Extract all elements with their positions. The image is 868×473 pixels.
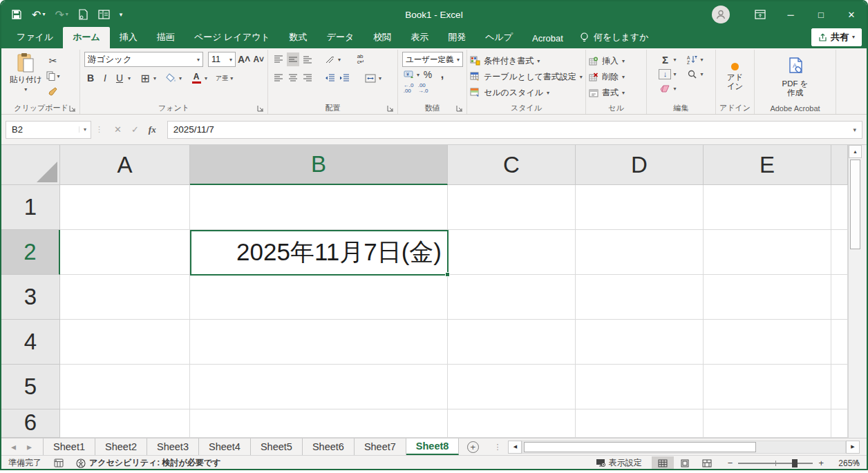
cell-f1[interactable]: [831, 185, 848, 230]
page-layout-view-icon[interactable]: [674, 456, 696, 470]
insert-function-icon[interactable]: fx: [149, 124, 156, 135]
phonetic-menu-chevron[interactable]: ▾: [230, 75, 233, 81]
cut-icon[interactable]: ✂: [46, 54, 60, 68]
sheet-tab-1[interactable]: Sheet1: [43, 438, 95, 455]
minimize-button[interactable]: ─: [775, 1, 806, 28]
sheet-tab-2[interactable]: Sheet2: [95, 438, 147, 455]
number-dialog-launcher-icon[interactable]: [456, 105, 463, 112]
cell-a6[interactable]: [60, 409, 190, 438]
font-size-combo[interactable]: 11 ▾: [208, 52, 236, 67]
align-right-icon[interactable]: [301, 71, 314, 85]
cell-c2[interactable]: [448, 230, 576, 275]
share-button[interactable]: 共有 ▾: [811, 28, 862, 46]
cell-d6[interactable]: [576, 409, 704, 438]
font-color-menu-chevron[interactable]: ▾: [205, 75, 207, 81]
tab-formulas[interactable]: 数式: [280, 27, 317, 48]
cell-c4[interactable]: [448, 320, 576, 365]
cell-b3[interactable]: [190, 275, 448, 320]
currency-menu-chevron[interactable]: ▾: [417, 72, 419, 78]
cell-a1[interactable]: [60, 185, 190, 230]
currency-format-icon[interactable]: ¥: [402, 68, 415, 81]
cell-e1[interactable]: [704, 185, 831, 230]
clear-icon[interactable]: [659, 81, 671, 95]
cell-b2-selected[interactable]: 2025年11月7日(金): [190, 230, 448, 275]
tab-review[interactable]: 校閲: [364, 27, 401, 48]
account-avatar[interactable]: [712, 6, 730, 23]
bold-button[interactable]: B: [84, 71, 97, 85]
zoom-in-icon[interactable]: +: [818, 458, 824, 468]
vertical-scroll-thumb[interactable]: [850, 160, 860, 249]
sort-filter-menu-chevron[interactable]: ▾: [701, 57, 704, 63]
normal-view-icon[interactable]: [652, 456, 674, 470]
paste-menu-chevron[interactable]: ▾: [24, 86, 27, 93]
save-icon[interactable]: [11, 9, 22, 20]
cell-f4[interactable]: [831, 320, 848, 365]
form-view-icon[interactable]: [98, 10, 110, 19]
tab-data[interactable]: データ: [317, 27, 364, 48]
sort-filter-icon[interactable]: AZ: [686, 52, 699, 66]
addins-button[interactable]: アドイン: [726, 73, 744, 91]
tab-view[interactable]: 表示: [401, 27, 438, 48]
font-color-icon[interactable]: A: [190, 71, 202, 85]
tab-draw[interactable]: 描画: [147, 27, 185, 48]
fill-color-menu-chevron[interactable]: ▾: [179, 75, 182, 81]
tab-help[interactable]: ヘルプ: [475, 27, 522, 48]
cell-b1[interactable]: [190, 185, 448, 230]
autosum-menu-chevron[interactable]: ▾: [673, 57, 676, 63]
redo-button[interactable]: ↷ ▾: [55, 8, 68, 21]
formula-input[interactable]: 2025/11/7 ▾: [167, 121, 862, 139]
close-button[interactable]: ✕: [836, 1, 867, 28]
accessibility-status[interactable]: アクセシビリティ: 検討が必要です: [76, 457, 220, 469]
row-header-6[interactable]: 6: [1, 409, 60, 438]
increase-decimal-icon[interactable]: ←.0 .00: [402, 81, 415, 95]
cell-d4[interactable]: [576, 320, 704, 365]
find-menu-chevron[interactable]: ▾: [701, 71, 704, 77]
find-select-icon[interactable]: [686, 67, 699, 81]
undo-button[interactable]: ↶ ▾: [32, 8, 45, 21]
vertical-scrollbar[interactable]: ▲: [848, 145, 862, 438]
delete-cells-button[interactable]: 削除 ▾: [589, 70, 625, 84]
ribbon-display-options-icon[interactable]: [745, 1, 775, 28]
cell-c1[interactable]: [448, 185, 576, 230]
font-name-combo[interactable]: 游ゴシック ▾: [84, 52, 203, 67]
column-header-b[interactable]: B: [190, 145, 448, 185]
wrap-text-icon[interactable]: ab c↵: [355, 52, 367, 66]
macro-record-icon[interactable]: [54, 458, 64, 467]
tell-me-box[interactable]: 何をしますか: [573, 27, 656, 48]
cell-f5[interactable]: [831, 365, 848, 409]
scroll-right-icon[interactable]: ▶: [846, 441, 860, 454]
align-middle-icon[interactable]: [287, 52, 299, 66]
format-as-table-button[interactable]: テーブルとして書式設定 ▾: [470, 70, 583, 84]
sheet-prev-icon[interactable]: ◂: [11, 441, 16, 452]
row-header-3[interactable]: 3: [1, 275, 60, 320]
sheet-tab-5[interactable]: Sheet5: [251, 438, 303, 455]
increase-font-size-icon[interactable]: A˄: [238, 52, 250, 66]
tab-file[interactable]: ファイル: [7, 27, 63, 48]
cell-e5[interactable]: [704, 365, 831, 409]
row-header-2[interactable]: 2: [1, 230, 60, 275]
autosum-icon[interactable]: Σ: [659, 52, 671, 66]
underline-button[interactable]: U: [113, 71, 126, 85]
column-header-c[interactable]: C: [448, 145, 576, 185]
select-all-corner[interactable]: [1, 145, 60, 185]
decrease-decimal-icon[interactable]: .00 →.0: [417, 81, 429, 95]
cell-e3[interactable]: [704, 275, 831, 320]
borders-menu-chevron[interactable]: ▾: [153, 75, 156, 81]
decrease-font-size-icon[interactable]: A˅: [252, 52, 265, 66]
scroll-left-icon[interactable]: ◀: [508, 441, 522, 454]
sheet-tab-3[interactable]: Sheet3: [147, 438, 199, 455]
row-header-1[interactable]: 1: [1, 185, 60, 230]
cell-styles-button[interactable]: セルのスタイル ▾: [470, 86, 549, 100]
align-left-icon[interactable]: [272, 71, 285, 85]
fill-menu-chevron[interactable]: ▾: [673, 71, 676, 77]
sheet-tab-6[interactable]: Sheet6: [303, 438, 355, 455]
name-box-chevron[interactable]: ▾: [79, 126, 91, 133]
sheetbar-dots[interactable]: ⋮: [487, 438, 508, 455]
tab-developer[interactable]: 開発: [438, 27, 475, 48]
clear-menu-chevron[interactable]: ▾: [673, 86, 676, 92]
zoom-out-icon[interactable]: −: [728, 458, 733, 468]
orientation-menu-chevron[interactable]: ▾: [338, 57, 341, 63]
tab-insert[interactable]: 挿入: [110, 27, 147, 48]
tab-page-layout[interactable]: ページ レイアウト: [185, 27, 280, 48]
percent-style-icon[interactable]: %: [422, 68, 434, 81]
